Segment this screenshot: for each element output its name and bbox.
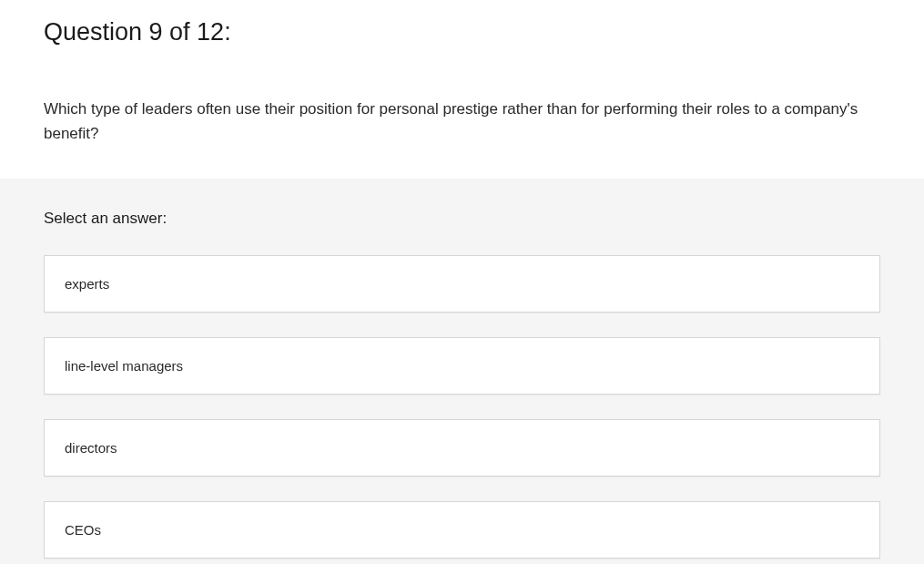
answer-option-2[interactable]: directors [44, 419, 880, 477]
answer-option-label: directors [65, 440, 117, 456]
select-answer-label: Select an answer: [44, 210, 880, 228]
answer-option-0[interactable]: experts [44, 255, 880, 313]
answer-option-1[interactable]: line-level managers [44, 337, 880, 395]
answer-section: Select an answer: experts line-level man… [0, 179, 924, 564]
question-header: Question 9 of 12: Which type of leaders … [0, 0, 924, 179]
answer-option-3[interactable]: CEOs [44, 501, 880, 559]
answer-option-label: CEOs [65, 522, 101, 538]
answer-option-label: line-level managers [65, 358, 183, 374]
question-number: Question 9 of 12: [44, 18, 880, 46]
answer-option-label: experts [65, 276, 109, 292]
question-prompt: Which type of leaders often use their po… [44, 97, 880, 179]
